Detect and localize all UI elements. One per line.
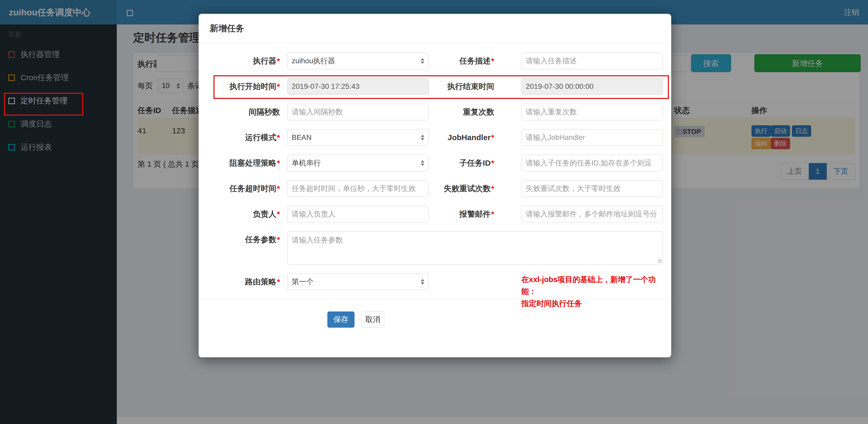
interval-seconds-input[interactable]: [287, 104, 429, 120]
feature-note: 在xxl-jobs项目的基础上，新增了一个功能： 指定时间执行任务: [521, 273, 667, 309]
retry-count-label: 失败重试次数*: [429, 180, 521, 197]
block-strategy-select[interactable]: 单机串行: [287, 155, 429, 171]
modal-header: 新增任务: [198, 14, 671, 43]
job-desc-label: 任务描述*: [429, 53, 521, 69]
select-arrows-icon: [421, 279, 424, 285]
job-params-textarea[interactable]: [287, 231, 663, 265]
jobhandler-input[interactable]: [521, 129, 663, 146]
timeout-label: 任务超时时间*: [198, 180, 287, 197]
form-row: 执行器* zuihou执行器 任务描述*: [198, 53, 671, 69]
select-arrows-icon: [421, 160, 424, 166]
timeout-input[interactable]: [287, 180, 429, 197]
start-time-input[interactable]: [287, 78, 429, 95]
executor-select[interactable]: zuihou执行器: [287, 53, 429, 69]
form-row: 任务参数*: [198, 231, 671, 265]
interval-seconds-label: 间隔秒数: [198, 104, 287, 120]
select-arrows-icon: [421, 135, 424, 140]
form-row: 间隔秒数 重复次数: [198, 104, 671, 120]
route-strategy-select[interactable]: 第一个: [287, 273, 429, 290]
executor-label: 执行器*: [198, 53, 287, 69]
job-params-label: 任务参数*: [198, 231, 287, 265]
form-row: 阻塞处理策略* 单机串行 子任务ID*: [198, 155, 671, 171]
job-desc-input[interactable]: [521, 53, 663, 69]
form-row: 负责人* 报警邮件*: [198, 206, 671, 222]
select-arrows-icon: [421, 58, 424, 64]
jobhandler-label: JobHandler*: [429, 129, 521, 146]
form-row: 执行开始时间* 执行结束时间: [198, 78, 671, 95]
end-time-label: 执行结束时间: [429, 78, 521, 95]
child-task-id-input[interactable]: [521, 155, 663, 171]
owner-label: 负责人*: [198, 206, 287, 222]
save-button[interactable]: 保存: [328, 312, 354, 328]
end-time-input[interactable]: [521, 78, 663, 95]
add-task-modal: 新增任务 执行器* zuihou执行器 任务描述* 执行开始时间* 执行结束时间…: [198, 14, 671, 357]
app-root: { "navbar": { "brand": "zuihou任务调度中心", "…: [0, 0, 868, 424]
retry-count-input[interactable]: [521, 180, 663, 197]
route-strategy-label: 路由策略*: [198, 273, 287, 290]
modal-title: 新增任务: [198, 14, 671, 43]
modal-body: 执行器* zuihou执行器 任务描述* 执行开始时间* 执行结束时间 间隔秒数…: [198, 43, 671, 328]
resize-grip-icon[interactable]: [658, 259, 662, 263]
alarm-email-input[interactable]: [521, 206, 663, 222]
child-task-id-label: 子任务ID*: [429, 155, 521, 171]
block-strategy-label: 阻塞处理策略*: [198, 155, 287, 171]
form-row: 任务超时时间* 失败重试次数*: [198, 180, 671, 197]
form-row: 运行模式* BEAN JobHandler*: [198, 129, 671, 146]
run-mode-label: 运行模式*: [198, 129, 287, 146]
cancel-button[interactable]: 取消: [361, 312, 384, 328]
repeat-count-label: 重复次数: [429, 104, 521, 120]
alarm-email-label: 报警邮件*: [429, 206, 521, 222]
owner-input[interactable]: [287, 206, 429, 222]
form-row: 路由策略* 第一个 在xxl-jobs项目的基础上，新增了一个功能： 指定时间执…: [198, 273, 671, 290]
run-mode-select[interactable]: BEAN: [287, 129, 429, 146]
repeat-count-input[interactable]: [521, 104, 663, 120]
start-time-label: 执行开始时间*: [198, 78, 287, 95]
